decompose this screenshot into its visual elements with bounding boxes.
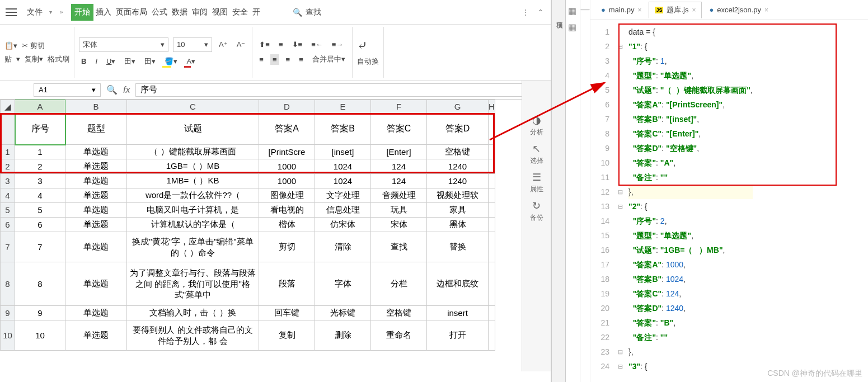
cell[interactable]: 空格键 [427, 145, 489, 159]
ribbon-tab-8[interactable]: 开 [250, 4, 262, 21]
cell[interactable]: 单选题 [65, 218, 127, 232]
name-box[interactable]: A1▾ [34, 83, 101, 97]
cell[interactable]: 图像处理 [259, 188, 315, 203]
cell[interactable]: 看电视的 [259, 203, 315, 218]
cell[interactable]: 查找 [371, 232, 427, 262]
editor-tab[interactable]: ●excel2json.py× [703, 2, 775, 18]
cell[interactable]: 1GB=（ ）MB [127, 159, 259, 174]
cell[interactable]: 要得到别人 的文件或将自己的文件给予别人，都 会 [127, 320, 259, 351]
cell[interactable]: 1000 [259, 159, 315, 174]
cell[interactable]: 单选题 [65, 262, 127, 306]
row-header[interactable] [1, 114, 15, 145]
fx-icon[interactable]: fx [123, 85, 130, 95]
row-header[interactable]: 9 [1, 306, 15, 320]
cell[interactable]: 单选题 [65, 145, 127, 159]
decrease-font-icon[interactable]: A⁻ [234, 39, 248, 50]
cell[interactable]: 重命名 [371, 320, 427, 351]
cell[interactable]: 段落 [259, 262, 315, 306]
cell[interactable]: 7 [15, 232, 65, 262]
header-cell[interactable]: 试题 [127, 114, 259, 145]
editor-tab[interactable]: JS题库.js× [649, 2, 702, 18]
ribbon-tab-7[interactable]: 安全 [230, 4, 250, 21]
cell[interactable]: 清除 [315, 232, 371, 262]
align-bottom-icon[interactable]: ⬇≡ [290, 39, 305, 50]
border-button[interactable]: 田▾ [122, 55, 138, 68]
fold-gutter[interactable]: ⊟ ⊟⊟ ⊟⊟ [614, 20, 626, 382]
cell[interactable]: 124 [371, 159, 427, 174]
cell[interactable]: 5 [15, 203, 65, 218]
cell[interactable]: 10 [15, 320, 65, 351]
copy-button[interactable]: 复制▾ [25, 54, 43, 64]
cell[interactable]: 单选题 [65, 232, 127, 262]
row-header[interactable]: 4 [1, 188, 15, 203]
col-header-E[interactable]: E [315, 100, 371, 114]
cell[interactable]: 仿宋体 [315, 218, 371, 232]
search-box[interactable]: 🔍 查找 [293, 7, 321, 17]
code-text[interactable]: data = { "1": { "序号": 1, "题型": "单选题", "试… [626, 20, 753, 382]
cell[interactable]: 单选题 [65, 203, 127, 218]
wrap-text-icon[interactable]: ⤶ [357, 39, 367, 53]
cell[interactable]: [inset] [315, 145, 371, 159]
font-size-select[interactable]: 10▾ [173, 37, 212, 52]
cell[interactable]: （ ）键能截取屏幕画面 [127, 145, 259, 159]
cell[interactable]: 黑体 [427, 218, 489, 232]
wrap-text-label[interactable]: 自动换 [357, 56, 379, 67]
cell[interactable]: 3 [15, 174, 65, 188]
cell[interactable]: 124 [371, 174, 427, 188]
cell[interactable]: 字体 [315, 262, 371, 306]
col-header-B[interactable]: B [65, 100, 127, 114]
cell[interactable]: insert [427, 306, 489, 320]
font-color-button[interactable]: A▾ [184, 56, 198, 67]
cell[interactable]: 玩具 [371, 203, 427, 218]
cell[interactable]: 4 [15, 188, 65, 203]
header-cell[interactable]: 答案D [427, 114, 489, 145]
cell[interactable]: 2 [15, 159, 65, 174]
bold-button[interactable]: B [79, 56, 88, 67]
ribbon-tab-5[interactable]: 审阅 [190, 4, 210, 21]
cell[interactable]: 1MB=（ ）KB [127, 174, 259, 188]
cell[interactable]: 边框和底纹 [427, 262, 489, 306]
file-menu[interactable]: 文件 [27, 7, 43, 17]
row-header[interactable]: 2 [1, 159, 15, 174]
cell[interactable]: 视频处理软 [427, 188, 489, 203]
cell[interactable]: 1 [15, 145, 65, 159]
cell[interactable]: 楷体 [259, 218, 315, 232]
ribbon-tab-0[interactable]: 开始 [71, 4, 93, 21]
row-header[interactable]: 6 [1, 218, 15, 232]
align-middle-icon[interactable]: ≡ [276, 39, 285, 50]
hamburger-icon[interactable] [6, 8, 17, 16]
editor-tab[interactable]: ●main.py× [595, 2, 648, 18]
cell[interactable]: 剪切 [259, 232, 315, 262]
cell[interactable]: 空格键 [371, 306, 427, 320]
header-cell[interactable]: 序号 [15, 114, 65, 145]
cell[interactable]: 单选题 [65, 174, 127, 188]
file-tree-collapsed[interactable]: ▦ ▦ [566, 0, 580, 382]
cell[interactable]: 1240 [427, 174, 489, 188]
cell[interactable]: 单选题 [65, 306, 127, 320]
cell[interactable]: 文档输入时，击（ ）换 [127, 306, 259, 320]
formula-input[interactable]: 序号 [135, 83, 545, 97]
cell[interactable]: 1240 [427, 159, 489, 174]
align-right-icon[interactable]: ≡ [284, 54, 293, 65]
cell[interactable]: 单选题 [65, 188, 127, 203]
cell[interactable]: 为了调整文章行与行、段落与段落之间 的距离，我们可以使用"格式"菜单中 [127, 262, 259, 306]
style-button[interactable]: ⽥▾ [142, 55, 158, 68]
cell[interactable]: 9 [15, 306, 65, 320]
cell[interactable]: 1000 [259, 174, 315, 188]
chevron-right-icon[interactable]: » [60, 9, 63, 15]
caret-icon[interactable]: ⌃ [537, 8, 544, 17]
code-area[interactable]: 123456789101112131415161718192021222324 … [590, 20, 868, 382]
ribbon-tab-6[interactable]: 视图 [210, 4, 230, 21]
underline-button[interactable]: U▾ [104, 56, 118, 67]
font-name-select[interactable]: 宋体▾ [79, 37, 168, 52]
row-header[interactable]: 7 [1, 232, 15, 262]
ribbon-tab-3[interactable]: 公式 [149, 4, 170, 21]
kebab-icon[interactable]: ⋮ [522, 8, 529, 17]
zoom-icon[interactable]: 🔍 [106, 84, 118, 95]
col-header-G[interactable]: G [427, 100, 489, 114]
cell[interactable]: 宋体 [371, 218, 427, 232]
col-header-A[interactable]: A [15, 100, 65, 114]
format-painter-button[interactable]: 格式刷 [48, 54, 69, 64]
header-cell[interactable]: 题型 [65, 114, 127, 145]
italic-button[interactable]: I [93, 56, 100, 67]
